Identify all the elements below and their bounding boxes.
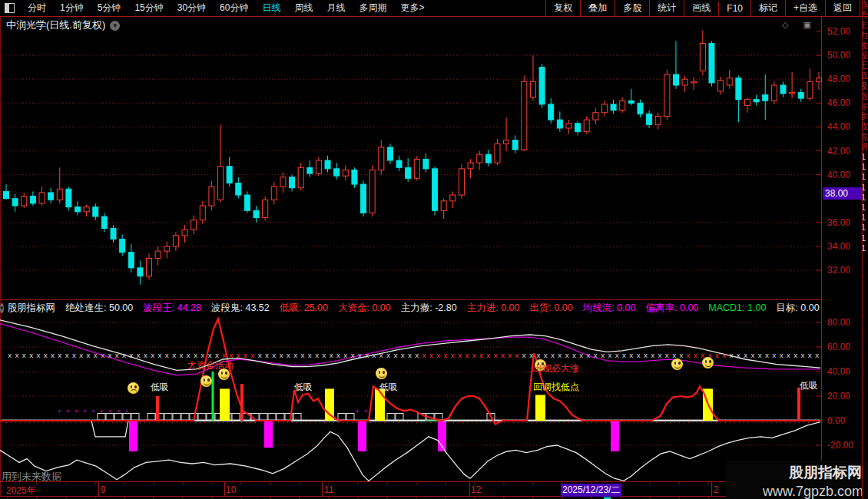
svg-text:x: x [422, 352, 426, 359]
svg-text:x: x [207, 352, 212, 359]
button-+自选[interactable]: +自选 [785, 0, 825, 16]
svg-text:x: x [508, 352, 512, 359]
tab-5分钟[interactable]: 5分钟 [91, 0, 128, 16]
svg-text:x: x [36, 352, 41, 359]
tab-日线[interactable]: 日线 [255, 0, 287, 16]
button-复权[interactable]: 复权 [545, 0, 580, 16]
button-F10[interactable]: F10 [718, 2, 750, 15]
svg-text:x: x [622, 352, 627, 359]
svg-text:x: x [365, 352, 369, 359]
svg-text:x: x [229, 352, 234, 359]
svg-text:x: x [565, 352, 569, 359]
svg-text:x: x [258, 352, 263, 359]
svg-text:+: + [83, 408, 87, 415]
signal-label: 大资金活动 [187, 359, 234, 372]
button-标记[interactable]: 标记 [750, 0, 785, 16]
signal-label: 低吸 [294, 381, 313, 394]
svg-text:+: + [91, 408, 95, 415]
sad-face-icon [128, 382, 139, 394]
layout-split-icon[interactable] [5, 3, 15, 13]
svg-text:x: x [415, 352, 419, 359]
svg-text:x: x [501, 352, 505, 359]
svg-text:x: x [386, 352, 391, 359]
button-多股[interactable]: 多股 [615, 0, 649, 16]
svg-text:x: x [536, 352, 541, 359]
tab-15分钟[interactable]: 15分钟 [128, 0, 170, 16]
svg-text:x: x [86, 352, 91, 359]
svg-text:x: x [787, 352, 791, 359]
tab-更多>[interactable]: 更多> [393, 0, 431, 16]
svg-text:x: x [330, 352, 334, 359]
svg-text:x: x [194, 352, 198, 359]
svg-text:x: x [336, 352, 341, 359]
signal-label: 低吸 [379, 381, 398, 394]
page-title: 中润光学(日线.前复权) [6, 18, 105, 32]
svg-text:x: x [558, 352, 562, 359]
svg-text:x: x [187, 352, 191, 359]
button-叠加[interactable]: 叠加 [580, 0, 615, 16]
svg-text:x: x [222, 352, 227, 359]
svg-text:x: x [15, 352, 19, 359]
right-sidebar-clipped[interactable]: 趋势主力波段王低吸指标参数说明1111111111 [862, 0, 868, 499]
window-control-icons[interactable]: ◇ ▣ [782, 20, 817, 30]
svg-text:x: x [544, 352, 548, 359]
svg-text:x: x [615, 352, 620, 359]
svg-text:x: x [429, 352, 434, 359]
svg-text:x: x [694, 352, 698, 359]
svg-text:x: x [215, 352, 220, 359]
chart-canvas[interactable]: xxxxxxxxxxxxxxxxxxxxxxxxxxxxxxxxxxxxxxxx… [0, 0, 868, 499]
svg-text:x: x [51, 352, 55, 359]
svg-text:x: x [401, 352, 406, 359]
svg-text:x: x [765, 352, 770, 359]
svg-text:+: + [108, 408, 112, 415]
timeline-label: 12 [471, 484, 481, 495]
indicator-value-波段王: 波段王: 44.28 [143, 302, 201, 313]
chevron-down-icon[interactable]: ▾ [110, 21, 120, 31]
indicator-header[interactable]: ▾ 股朋指标网 绝处逢生: 50.00波段王: 44.28波段鬼: 43.52低… [0, 301, 820, 315]
indicator-name: 股朋指标网 [8, 302, 56, 315]
svg-text:x: x [172, 352, 177, 359]
svg-text:x: x [758, 352, 763, 359]
svg-text:x: x [200, 352, 205, 359]
watermark-site-name: 股朋指标网 [726, 463, 862, 483]
svg-text:x: x [293, 352, 298, 359]
svg-text:x: x [136, 352, 141, 359]
tab-多周期[interactable]: 多周期 [352, 0, 393, 16]
watermark-url: www.7gpzb.com [726, 484, 863, 499]
button-统计[interactable]: 统计 [649, 0, 684, 16]
svg-text:x: x [486, 352, 491, 359]
indicator-value-MACD1: MACD1: 1.00 [708, 302, 766, 313]
svg-text:x: x [644, 352, 648, 359]
timeline-label: 2 [714, 484, 719, 495]
chevron-down-icon[interactable]: ▾ [0, 303, 4, 313]
watermark: 股朋指标网 www.7gpzb.com [726, 461, 868, 499]
indicator-axis-label: 60.00 [827, 342, 866, 352]
svg-text:x: x [122, 352, 127, 359]
svg-text:x: x [350, 352, 355, 359]
timeline-label: 11 [324, 484, 333, 495]
svg-text:x: x [300, 352, 305, 359]
toolbar-right-buttons: 复权叠加多股统计画线F10标记+自选返回 [545, 0, 860, 16]
svg-text:+: + [75, 408, 78, 415]
price-axis-label: 34.00 [827, 241, 864, 252]
svg-text:x: x [551, 352, 555, 359]
svg-text:x: x [250, 352, 255, 359]
tab-30分钟[interactable]: 30分钟 [171, 0, 213, 16]
timeline-label: 9 [101, 484, 106, 495]
tab-1分钟[interactable]: 1分钟 [53, 0, 91, 16]
svg-text:x: x [793, 352, 798, 359]
button-返回[interactable]: 返回 [825, 0, 860, 16]
happy-face-icon [376, 368, 387, 379]
tab-月线[interactable]: 月线 [320, 0, 352, 16]
svg-text:x: x [601, 352, 605, 359]
button-画线[interactable]: 画线 [684, 0, 718, 16]
tab-分时[interactable]: 分时 [21, 0, 53, 16]
svg-text:x: x [315, 352, 320, 359]
price-axis-label: 52.00 [827, 26, 864, 37]
svg-text:x: x [151, 352, 155, 359]
price-axis-label: 32.00 [827, 265, 864, 276]
tab-周线[interactable]: 周线 [287, 0, 320, 16]
indicator-value-均线流: 均线流: 0.00 [583, 302, 636, 313]
svg-text:x: x [101, 352, 105, 359]
tab-60分钟[interactable]: 60分钟 [213, 0, 255, 16]
